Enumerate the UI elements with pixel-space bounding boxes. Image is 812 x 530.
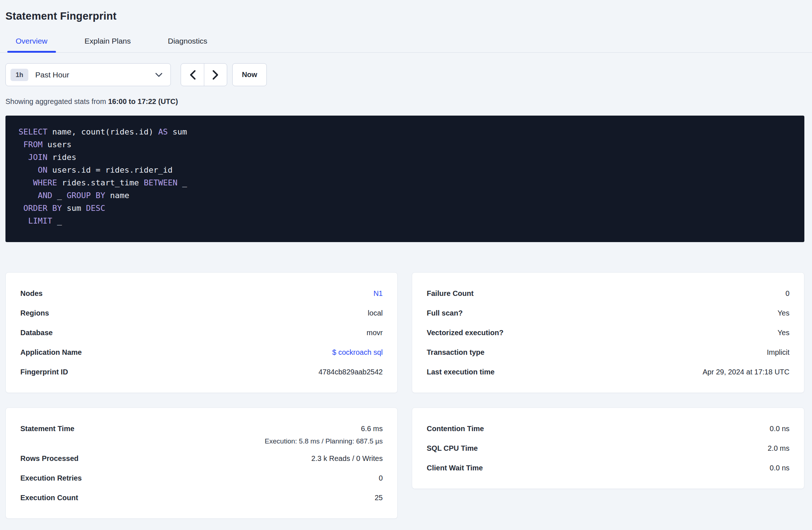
page-title: Statement Fingerprint bbox=[5, 10, 804, 22]
stat-value: Yes bbox=[777, 329, 789, 337]
stat-row: Statement Time6.6 msExecution: 5.8 ms / … bbox=[20, 419, 383, 449]
tab-diagnostics[interactable]: Diagnostics bbox=[160, 37, 216, 52]
now-button[interactable]: Now bbox=[232, 63, 267, 86]
stat-label: Failure Count bbox=[427, 284, 474, 303]
stat-row: Full scan?Yes bbox=[427, 303, 789, 323]
stat-value-wrap: 0.0 ns bbox=[770, 458, 789, 478]
stat-subvalue: Execution: 5.8 ms / Planning: 687.5 µs bbox=[265, 436, 383, 449]
stat-label: Transaction type bbox=[427, 342, 485, 362]
sql-statement-box: SELECT name, count(rides.id) AS sum FROM… bbox=[5, 116, 804, 242]
stat-value-wrap: Apr 29, 2024 at 17:18 UTC bbox=[703, 362, 789, 382]
stat-row: Last execution timeApr 29, 2024 at 17:18… bbox=[427, 362, 789, 382]
time-interval-badge: 1h bbox=[11, 69, 28, 81]
sql-code-line: ON users.id = rides.rider_id bbox=[19, 164, 793, 176]
stat-label: Vectorized execution? bbox=[427, 323, 503, 342]
stat-row: NodesN1 bbox=[20, 284, 383, 303]
tab-explain-plans[interactable]: Explain Plans bbox=[76, 37, 139, 52]
stat-value-wrap: 2.0 ms bbox=[768, 438, 789, 458]
stat-value-wrap: 0 bbox=[785, 284, 789, 303]
timing-cards-row: Statement Time6.6 msExecution: 5.8 ms / … bbox=[5, 407, 804, 519]
stat-value: 0 bbox=[379, 474, 383, 482]
time-controls: 1h Past Hour bbox=[5, 63, 804, 86]
statement-details-card: NodesN1RegionslocalDatabasemovrApplicati… bbox=[5, 272, 398, 393]
stat-value-wrap: 4784cb829aab2542 bbox=[318, 362, 383, 382]
stat-value: local bbox=[368, 309, 383, 317]
wait-time-card: Contention Time0.0 nsSQL CPU Time2.0 msC… bbox=[412, 407, 804, 489]
stat-value: 2.3 k Reads / 0 Writes bbox=[311, 454, 383, 462]
stat-label: SQL CPU Time bbox=[427, 438, 478, 458]
stat-row: Regionslocal bbox=[20, 303, 383, 323]
stat-value: 0.0 ns bbox=[770, 464, 789, 472]
stat-value: Implicit bbox=[767, 348, 789, 356]
stat-label: Contention Time bbox=[427, 419, 484, 438]
stat-value-wrap: Yes bbox=[777, 323, 789, 342]
stat-value-wrap: 25 bbox=[375, 488, 383, 507]
stat-value-wrap: local bbox=[368, 303, 383, 323]
time-range-dropdown[interactable]: 1h Past Hour bbox=[5, 63, 171, 86]
stat-value-wrap: 0 bbox=[379, 468, 383, 488]
stat-value-wrap: 2.3 k Reads / 0 Writes bbox=[311, 449, 383, 468]
stat-value: 0.0 ns bbox=[770, 425, 789, 433]
stat-row: Client Wait Time0.0 ns bbox=[427, 458, 789, 478]
stat-value-link[interactable]: N1 bbox=[373, 289, 383, 297]
chevron-right-icon bbox=[212, 70, 219, 80]
stat-value: movr bbox=[367, 329, 383, 337]
stat-label: Execution Count bbox=[20, 488, 78, 507]
sql-code-line: JOIN rides bbox=[19, 151, 793, 164]
time-range-label: Past Hour bbox=[35, 71, 155, 79]
aggregated-stats-range: 16:00 to 17:22 (UTC) bbox=[108, 97, 178, 105]
stat-label: Statement Time bbox=[20, 419, 75, 438]
statement-timing-card: Statement Time6.6 msExecution: 5.8 ms / … bbox=[5, 407, 398, 519]
stat-value: 6.6 ms bbox=[361, 425, 383, 433]
tab-bar: Overview Explain Plans Diagnostics bbox=[0, 37, 812, 53]
stat-row: Contention Time0.0 ns bbox=[427, 419, 789, 438]
stat-value-wrap: 6.6 msExecution: 5.8 ms / Planning: 687.… bbox=[265, 419, 383, 449]
stat-value: 25 bbox=[375, 494, 383, 502]
sql-code-line: SELECT name, count(rides.id) AS sum bbox=[19, 125, 793, 138]
previous-interval-button[interactable] bbox=[181, 64, 204, 86]
stat-label: Rows Processed bbox=[20, 449, 79, 468]
time-step-button-group bbox=[181, 63, 227, 86]
statement-fingerprint-page: Statement Fingerprint Overview Explain P… bbox=[0, 0, 812, 519]
stat-label: Full scan? bbox=[427, 303, 463, 323]
stat-row: Rows Processed2.3 k Reads / 0 Writes bbox=[20, 449, 383, 468]
stat-label: Execution Retries bbox=[20, 468, 82, 488]
stat-value: 4784cb829aab2542 bbox=[318, 368, 383, 376]
stat-value: Apr 29, 2024 at 17:18 UTC bbox=[703, 368, 789, 376]
stat-label: Client Wait Time bbox=[427, 458, 483, 478]
chevron-left-icon bbox=[189, 70, 196, 80]
stat-value-wrap: movr bbox=[367, 323, 383, 342]
aggregated-stats-prefix: Showing aggregated stats from bbox=[5, 97, 108, 105]
stat-value-link[interactable]: $ cockroach sql bbox=[332, 348, 383, 356]
stat-value-wrap: Yes bbox=[777, 303, 789, 323]
stat-label: Last execution time bbox=[427, 362, 495, 382]
stat-value-wrap: $ cockroach sql bbox=[332, 342, 383, 362]
stat-value: 2.0 ms bbox=[768, 444, 789, 452]
stat-row: Failure Count0 bbox=[427, 284, 789, 303]
stat-row: Application Name$ cockroach sql bbox=[20, 342, 383, 362]
stat-value-wrap: 0.0 ns bbox=[770, 419, 789, 438]
sql-code-line: ORDER BY sum DESC bbox=[19, 202, 793, 214]
stat-label: Application Name bbox=[20, 342, 82, 362]
sql-code-line: LIMIT _ bbox=[19, 214, 793, 227]
stat-label: Database bbox=[20, 323, 53, 342]
details-cards-row: NodesN1RegionslocalDatabasemovrApplicati… bbox=[5, 272, 804, 393]
stat-label: Regions bbox=[20, 303, 49, 323]
aggregated-stats-line: Showing aggregated stats from 16:00 to 1… bbox=[5, 97, 804, 106]
stat-row: Vectorized execution?Yes bbox=[427, 323, 789, 342]
next-interval-button[interactable] bbox=[204, 64, 227, 86]
sql-code-line: WHERE rides.start_time BETWEEN _ bbox=[19, 176, 793, 189]
tab-overview[interactable]: Overview bbox=[7, 37, 56, 52]
stat-value: Yes bbox=[777, 309, 789, 317]
stat-row: Transaction typeImplicit bbox=[427, 342, 789, 362]
stat-row: Execution Retries0 bbox=[20, 468, 383, 488]
sql-code-line: AND _ GROUP BY name bbox=[19, 189, 793, 202]
execution-attributes-card: Failure Count0Full scan?YesVectorized ex… bbox=[412, 272, 804, 393]
stat-row: Execution Count25 bbox=[20, 488, 383, 507]
stat-row: Fingerprint ID4784cb829aab2542 bbox=[20, 362, 383, 382]
stat-value: 0 bbox=[785, 289, 789, 297]
stat-row: SQL CPU Time2.0 ms bbox=[427, 438, 789, 458]
stat-label: Fingerprint ID bbox=[20, 362, 68, 382]
stat-label: Nodes bbox=[20, 284, 43, 303]
stat-row: Databasemovr bbox=[20, 323, 383, 342]
